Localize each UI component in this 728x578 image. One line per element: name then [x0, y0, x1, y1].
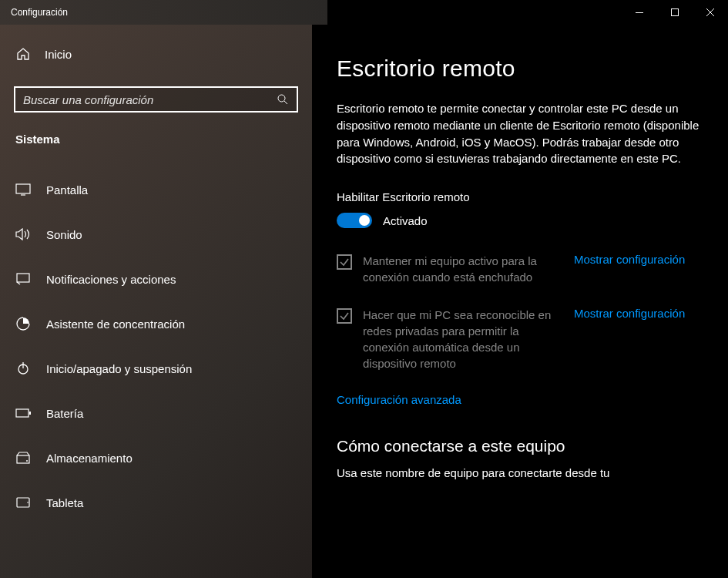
- nav-label: Notificaciones y acciones: [46, 273, 176, 286]
- sidebar-item-sonido[interactable]: Sonido: [0, 212, 312, 257]
- battery-icon: [15, 405, 31, 421]
- svg-rect-1: [672, 9, 679, 16]
- minimize-button[interactable]: [622, 0, 657, 25]
- nav-label: Pantalla: [46, 183, 88, 197]
- content-pane: Escritorio remoto Escritorio remoto te p…: [312, 25, 728, 578]
- search-input[interactable]: [23, 93, 277, 106]
- svg-rect-7: [29, 412, 31, 415]
- nav-label: Sonido: [46, 228, 82, 241]
- sidebar-item-notificaciones[interactable]: Notificaciones y acciones: [0, 257, 312, 301]
- advanced-settings-link[interactable]: Configuración avanzada: [337, 393, 461, 406]
- nav-list: Pantalla Sonido Notificaciones y accione…: [0, 167, 312, 525]
- sidebar-item-tableta[interactable]: Tableta: [0, 480, 312, 525]
- maximize-icon: [671, 8, 679, 16]
- checkmark-icon: [339, 311, 350, 321]
- connect-instruction: Usa este nombre de equipo para conectart…: [337, 466, 703, 479]
- discoverable-checkbox[interactable]: [337, 308, 352, 324]
- power-icon: [15, 361, 31, 376]
- toggle-state-label: Activado: [383, 214, 428, 227]
- sidebar-item-almacenamiento[interactable]: Almacenamiento: [0, 435, 312, 480]
- search-box[interactable]: [14, 86, 298, 113]
- tablet-icon: [15, 495, 31, 510]
- nav-label: Batería: [46, 407, 83, 420]
- enable-toggle[interactable]: [337, 213, 372, 228]
- search-icon: [277, 93, 289, 106]
- window-title: Configuración: [0, 7, 68, 18]
- svg-point-2: [278, 95, 285, 102]
- checkmark-icon: [339, 257, 350, 267]
- maximize-button[interactable]: [657, 0, 693, 25]
- close-icon: [706, 8, 714, 16]
- svg-rect-4: [17, 274, 29, 282]
- enable-label: Habilitar Escritorio remoto: [337, 190, 703, 203]
- svg-point-9: [26, 460, 28, 462]
- sidebar-item-power[interactable]: Inicio/apagado y suspensión: [0, 346, 312, 391]
- page-title: Escritorio remoto: [337, 55, 703, 82]
- discoverable-label: Hacer que mi PC sea reconocible en redes…: [363, 307, 563, 371]
- page-description: Escritorio remoto te permite conectar y …: [337, 100, 703, 167]
- sidebar-item-asistente[interactable]: Asistente de concentración: [0, 301, 312, 346]
- display-icon: [15, 182, 31, 197]
- sound-icon: [15, 227, 31, 242]
- focus-icon: [15, 316, 31, 331]
- svg-rect-8: [17, 455, 29, 463]
- home-button[interactable]: Inicio: [0, 37, 312, 71]
- sidebar: Inicio Sistema Pantalla Sonido Noti: [0, 25, 312, 578]
- nav-label: Asistente de concentración: [46, 318, 185, 331]
- connect-subheading: Cómo conectarse a este equipo: [337, 437, 703, 455]
- home-icon: [15, 46, 31, 62]
- keep-awake-checkbox[interactable]: [337, 254, 352, 270]
- keep-awake-settings-link[interactable]: Mostrar configuración: [574, 253, 685, 266]
- category-heading: Sistema: [0, 133, 312, 146]
- discoverable-settings-link[interactable]: Mostrar configuración: [574, 307, 685, 320]
- nav-label: Almacenamiento: [46, 452, 133, 465]
- nav-label: Inicio/apagado y suspensión: [46, 362, 192, 375]
- keep-awake-label: Mantener mi equipo activo para la conexi…: [363, 253, 563, 285]
- sidebar-item-bateria[interactable]: Batería: [0, 391, 312, 435]
- close-button[interactable]: [693, 0, 728, 25]
- minimize-icon: [636, 12, 643, 13]
- sidebar-item-pantalla[interactable]: Pantalla: [0, 167, 312, 212]
- svg-point-11: [27, 502, 29, 503]
- titlebar: Configuración: [0, 0, 728, 25]
- notifications-icon: [15, 271, 31, 287]
- svg-rect-6: [16, 409, 29, 417]
- toggle-knob: [359, 215, 370, 226]
- svg-rect-0: [636, 12, 643, 13]
- storage-icon: [15, 450, 31, 465]
- home-label: Inicio: [45, 48, 72, 61]
- svg-rect-3: [16, 184, 30, 193]
- nav-label: Tableta: [46, 496, 83, 509]
